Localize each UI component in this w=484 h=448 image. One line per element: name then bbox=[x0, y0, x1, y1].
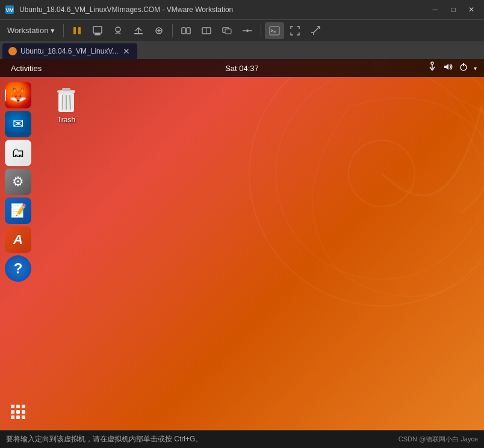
dock bbox=[0, 77, 36, 430]
fullscreen-button[interactable] bbox=[285, 22, 305, 39]
dock-settings[interactable] bbox=[5, 169, 31, 195]
svg-line-35 bbox=[62, 95, 63, 110]
toolbar-separator-3 bbox=[261, 24, 261, 37]
dock-thunderbird[interactable] bbox=[5, 111, 31, 137]
dock-help[interactable] bbox=[5, 255, 31, 282]
network-tray-icon[interactable] bbox=[427, 61, 438, 75]
svg-point-26 bbox=[431, 62, 433, 64]
vmware-icon: VM bbox=[5, 5, 14, 14]
power-tray-icon[interactable] bbox=[458, 61, 469, 75]
gnome-topbar: Activities Sat 04:37 bbox=[0, 59, 484, 77]
gnome-clock: Sat 04:37 bbox=[225, 64, 259, 73]
trash-label: Trash bbox=[57, 116, 75, 124]
grid-dots bbox=[11, 405, 25, 419]
title-bar-controls: ─ □ ✕ bbox=[427, 4, 479, 16]
minimize-button[interactable]: ─ bbox=[427, 4, 443, 16]
title-bar-left: VM Ubuntu_18.04.6_VM_LinuxVMImages.COM -… bbox=[5, 5, 233, 14]
svg-rect-8 bbox=[134, 33, 143, 34]
terminal-button[interactable] bbox=[265, 22, 284, 39]
status-hint: 要将输入定向到该虚拟机，请在虚拟机内部单击或按 Ctrl+G。 bbox=[6, 434, 202, 444]
grid-dot bbox=[22, 415, 25, 419]
svg-rect-19 bbox=[270, 26, 279, 35]
workstation-menu[interactable]: Workstation ▾ bbox=[2, 23, 60, 37]
volume-tray-icon[interactable] bbox=[442, 61, 453, 75]
grid-dot bbox=[16, 415, 20, 419]
svg-text:VM: VM bbox=[5, 7, 14, 13]
activities-button[interactable]: Activities bbox=[7, 63, 45, 74]
workstation-label: Workstation bbox=[7, 26, 48, 35]
status-bar: 要将输入定向到该虚拟机，请在虚拟机内部单击或按 Ctrl+G。 CSDN @物联… bbox=[0, 430, 484, 448]
status-watermark: CSDN @物联网小白 Jayce bbox=[399, 435, 478, 444]
svg-rect-33 bbox=[62, 88, 70, 91]
vm-tab-close-button[interactable]: ✕ bbox=[122, 46, 131, 56]
svg-rect-10 bbox=[182, 28, 185, 34]
toolbar-btn-7[interactable] bbox=[197, 22, 216, 39]
grid-dot bbox=[16, 405, 20, 408]
vm-tab-icon bbox=[8, 47, 17, 55]
ubuntu-desktop[interactable]: Activities Sat 04:37 bbox=[0, 59, 484, 430]
toolbar-separator-2 bbox=[172, 24, 173, 37]
dock-grid[interactable] bbox=[5, 399, 31, 425]
svg-rect-4 bbox=[93, 26, 102, 33]
toolbar-btn-8[interactable] bbox=[217, 22, 237, 39]
svg-rect-11 bbox=[187, 28, 190, 34]
dock-firefox[interactable] bbox=[5, 82, 31, 108]
svg-rect-5 bbox=[95, 33, 100, 34]
vm-content[interactable]: Activities Sat 04:37 bbox=[0, 59, 484, 430]
svg-rect-38 bbox=[60, 93, 62, 112]
svg-rect-6 bbox=[95, 34, 101, 36]
tab-bar: Ubuntu_18.04.6_VM_LinuxV... ✕ bbox=[0, 41, 484, 59]
svg-line-21 bbox=[314, 26, 320, 33]
svg-rect-3 bbox=[78, 27, 81, 34]
toolbar-btn-6[interactable] bbox=[176, 22, 196, 39]
toolbar: Workstation ▾ bbox=[0, 19, 484, 41]
dropdown-arrow-icon: ▾ bbox=[51, 26, 55, 35]
window-title: Ubuntu_18.04.6_VM_LinuxVMImages.COM - VM… bbox=[19, 5, 233, 14]
gnome-tray: ▾ bbox=[427, 61, 477, 75]
svg-line-37 bbox=[70, 95, 70, 110]
maximize-button[interactable]: □ bbox=[445, 4, 461, 16]
close-button[interactable]: ✕ bbox=[464, 4, 479, 16]
grid-dot bbox=[22, 410, 25, 414]
toolbar-btn-last[interactable] bbox=[306, 22, 325, 39]
toolbar-separator-1 bbox=[63, 24, 64, 37]
grid-dot bbox=[11, 410, 14, 414]
dock-store[interactable] bbox=[5, 226, 31, 253]
vm-tab[interactable]: Ubuntu_18.04.6_VM_LinuxV... ✕ bbox=[2, 43, 137, 59]
svg-point-16 bbox=[246, 30, 249, 32]
trash-desktop-icon[interactable]: Trash bbox=[48, 89, 84, 124]
dock-files[interactable] bbox=[5, 140, 31, 166]
grid-dot bbox=[16, 410, 20, 414]
grid-dot bbox=[22, 405, 25, 408]
dock-writer[interactable] bbox=[5, 198, 31, 224]
vm-tab-label: Ubuntu_18.04.6_VM_LinuxV... bbox=[20, 47, 118, 55]
grid-dot bbox=[11, 405, 14, 408]
title-bar: VM Ubuntu_18.04.6_VM_LinuxVMImages.COM -… bbox=[0, 0, 484, 19]
toolbar-btn-9[interactable] bbox=[238, 22, 257, 39]
desktop-area[interactable]: Trash bbox=[0, 77, 484, 430]
toolbar-btn-5[interactable] bbox=[149, 22, 169, 39]
power-dropdown-icon[interactable]: ▾ bbox=[474, 65, 477, 72]
svg-rect-2 bbox=[73, 27, 76, 34]
toolbar-btn-2[interactable] bbox=[88, 22, 107, 39]
svg-point-7 bbox=[116, 27, 120, 32]
toolbar-btn-3[interactable] bbox=[108, 22, 128, 39]
pause-button[interactable] bbox=[67, 22, 87, 39]
grid-dot bbox=[11, 415, 14, 419]
toolbar-btn-4[interactable] bbox=[129, 22, 148, 39]
svg-rect-15 bbox=[225, 29, 231, 34]
trash-image bbox=[54, 89, 78, 113]
